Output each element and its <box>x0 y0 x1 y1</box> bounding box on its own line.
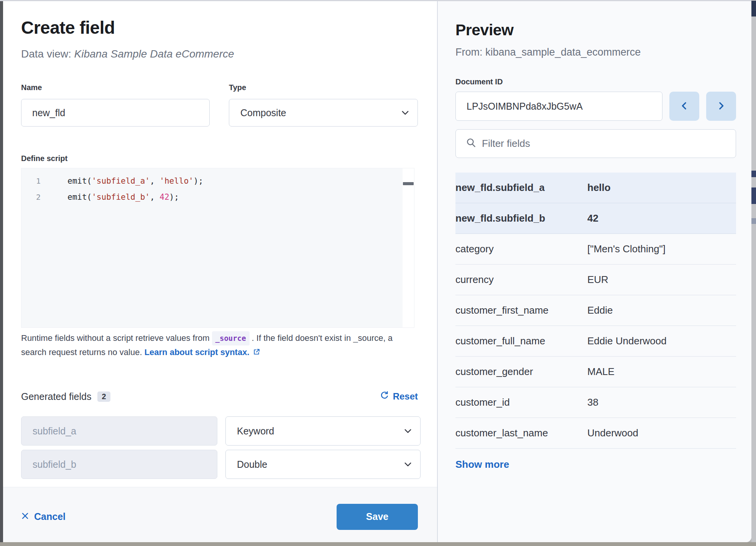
flyout-footer: Cancel Save <box>3 487 437 542</box>
chevron-down-icon <box>403 426 413 436</box>
cancel-label: Cancel <box>34 511 66 522</box>
preview-fields-table: new_fld.subfield_a hello new_fld.subfiel… <box>455 173 736 470</box>
generated-field-row: subfield_b Double <box>21 450 421 479</box>
next-document-button[interactable] <box>706 92 736 121</box>
generated-fields-header: Generated fields 2 Reset <box>21 391 418 402</box>
script-syntax-link[interactable]: Learn about script syntax. <box>145 347 250 357</box>
field-name: customer_gender <box>455 366 587 378</box>
field-name: customer_last_name <box>455 427 587 439</box>
field-value: ["Men's Clothing"] <box>587 243 736 255</box>
field-name: customer_full_name <box>455 335 587 347</box>
field-name: customer_first_name <box>455 304 587 316</box>
field-name: new_fld.subfield_b <box>455 212 587 224</box>
save-button[interactable]: Save <box>337 504 418 530</box>
data-view-label: Data view: <box>21 48 71 60</box>
create-field-panel: Create field Data view: Kibana Sample Da… <box>3 1 437 542</box>
editor-scrollbar-thumb[interactable] <box>403 182 414 185</box>
field-value: Eddie <box>587 304 736 316</box>
field-name: customer_id <box>455 396 587 408</box>
source-code-badge: _source <box>212 331 250 345</box>
previous-document-button[interactable] <box>669 92 699 121</box>
field-value: hello <box>587 182 736 194</box>
script-help-text: Runtime fields without a script retrieve… <box>21 331 410 359</box>
filter-fields-input[interactable] <box>482 138 736 150</box>
document-id-row <box>455 92 736 121</box>
chevron-left-icon <box>679 101 689 112</box>
editor-scrollbar-track <box>403 168 414 327</box>
field-value: 38 <box>587 396 736 408</box>
preview-from-line: From: kibana_sample_data_ecommerce <box>455 46 641 58</box>
preview-field-row: currency EUR <box>455 265 736 295</box>
filter-fields-input-wrap <box>455 129 736 158</box>
field-name: currency <box>455 274 587 286</box>
field-value: Underwood <box>587 427 736 439</box>
page-title: Create field <box>21 18 115 38</box>
data-view-name: Kibana Sample Data eCommerce <box>74 48 234 60</box>
field-value: Eddie Underwood <box>587 335 736 347</box>
create-field-flyout: Create field Data view: Kibana Sample Da… <box>3 1 751 542</box>
chevron-down-icon <box>401 108 410 117</box>
code-line: 1 emit('subfield_a', 'hello'); <box>21 173 414 189</box>
preview-field-row: customer_id 38 <box>455 387 736 418</box>
document-id-input-wrap <box>455 92 662 121</box>
preview-field-row: customer_gender MALE <box>455 357 736 387</box>
field-type-value: Composite <box>240 107 286 118</box>
generated-fields-label: Generated fields <box>21 391 91 402</box>
preview-field-row: new_fld.subfield_a hello <box>455 173 736 203</box>
data-view-subtitle: Data view: Kibana Sample Data eCommerce <box>21 48 234 60</box>
scrollbar-mark <box>751 171 756 177</box>
preview-field-row: customer_first_name Eddie <box>455 295 736 326</box>
chevron-down-icon <box>403 460 413 469</box>
field-name-input-wrap <box>21 99 210 127</box>
field-name: category <box>455 243 587 255</box>
document-id-input[interactable] <box>456 101 662 112</box>
scrollbar-mark <box>751 1 756 16</box>
subfield-type-select[interactable]: Keyword <box>225 416 421 446</box>
document-id-label: Document ID <box>455 77 503 86</box>
field-type-select[interactable]: Composite <box>229 99 418 127</box>
preview-field-row: customer_last_name Underwood <box>455 418 736 449</box>
generated-field-row: subfield_a Keyword <box>21 416 421 446</box>
line-number: 2 <box>21 192 41 202</box>
window-backdrop-left <box>0 1 3 542</box>
show-more-link[interactable]: Show more <box>455 459 736 470</box>
field-value: 42 <box>587 212 736 224</box>
page-scrollbar[interactable] <box>751 0 756 542</box>
chevron-right-icon <box>716 101 726 112</box>
refresh-icon <box>380 391 389 402</box>
name-label: Name <box>21 83 42 92</box>
define-script-label: Define script <box>21 154 67 163</box>
line-number: 1 <box>21 176 41 186</box>
cancel-button[interactable]: Cancel <box>21 511 66 522</box>
reset-button[interactable]: Reset <box>380 391 418 402</box>
subfield-type-select[interactable]: Double <box>225 450 421 479</box>
preview-field-row: new_fld.subfield_b 42 <box>455 203 736 234</box>
external-link-icon <box>253 346 260 360</box>
preview-panel: Preview From: kibana_sample_data_ecommer… <box>438 1 751 542</box>
subfield-name-input-disabled: subfield_b <box>21 450 217 479</box>
field-value: EUR <box>587 274 736 286</box>
search-icon <box>466 137 477 150</box>
generated-fields-count-badge: 2 <box>97 391 110 402</box>
preview-title: Preview <box>455 21 514 39</box>
type-label: Type <box>229 83 246 92</box>
preview-field-row: customer_full_name Eddie Underwood <box>455 326 736 357</box>
subfield-name-input-disabled: subfield_a <box>21 416 217 446</box>
field-name: new_fld.subfield_a <box>455 182 587 194</box>
scrollbar-mark <box>751 187 756 204</box>
close-icon <box>21 511 29 522</box>
preview-field-row: category ["Men's Clothing"] <box>455 234 736 265</box>
window-edge-bottom <box>0 542 756 546</box>
field-name-input[interactable] <box>21 107 209 118</box>
kibana-create-field-screen: { "window": { "create_panel": { "title":… <box>0 0 756 546</box>
field-value: MALE <box>587 366 736 378</box>
scrollbar-mark <box>751 218 756 224</box>
script-code-editor[interactable]: 1 emit('subfield_a', 'hello'); 2 emit('s… <box>21 168 414 328</box>
reset-label: Reset <box>393 391 418 402</box>
code-line: 2 emit('subfield_b', 42); <box>21 189 414 205</box>
